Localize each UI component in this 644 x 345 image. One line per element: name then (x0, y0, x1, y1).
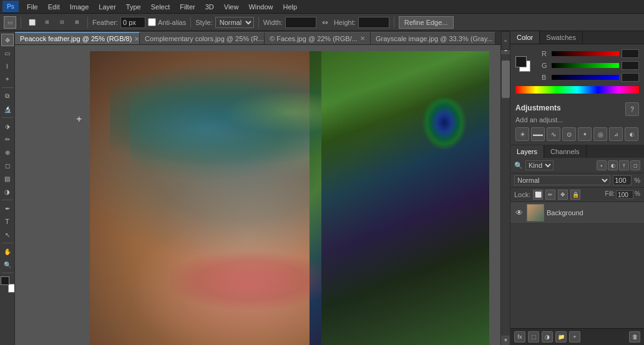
adj-icon-help[interactable]: ? (625, 102, 639, 116)
g-input[interactable] (622, 61, 639, 70)
color-spectrum-bar[interactable] (515, 86, 639, 94)
feather-input[interactable] (120, 17, 145, 28)
foreground-color[interactable] (1, 276, 9, 285)
tools-panel: ✥ ▭ ⌇ ⌖ ⧉ 🔬 ⬗ ✏ ⊕ ◻ ▨ ◑ ✒ T ↖ ✋ 🔍 (0, 31, 15, 345)
new-layer-btn[interactable]: + (569, 331, 580, 343)
tool-marquee-rect[interactable]: ▭ (1, 47, 14, 59)
scroll-track[interactable] (501, 54, 510, 336)
layer-visibility-eye[interactable]: 👁 (514, 208, 524, 218)
tool-lasso[interactable]: ⌇ (1, 60, 14, 72)
filter-type[interactable]: T (619, 160, 629, 170)
adj-levels[interactable]: ▬▬ (531, 127, 545, 141)
add-selection-icon[interactable]: ⊞ (41, 16, 53, 29)
menu-type[interactable]: Type (122, 2, 145, 12)
tab-grayscale[interactable]: Grayscale image.jpg @ 33.3% (Gray... ✕ (371, 32, 495, 44)
subtract-selection-icon[interactable]: ⊟ (56, 16, 68, 29)
layer-mask-btn[interactable]: ⬚ (528, 331, 539, 343)
foreground-color-chip[interactable] (515, 56, 527, 67)
tab-close-peacock[interactable]: ✕ (134, 36, 139, 42)
refine-edge-button[interactable]: Refine Edge... (399, 16, 454, 29)
tab-swatches[interactable]: Swatches (540, 31, 583, 44)
layer-fx-btn[interactable]: fx (514, 331, 525, 343)
menu-edit[interactable]: Edit (44, 2, 64, 12)
new-group-btn[interactable]: 📁 (555, 331, 567, 343)
tool-gradient[interactable]: ▨ (1, 172, 14, 185)
filter-adjustment[interactable]: ◐ (608, 160, 618, 170)
tool-crop[interactable]: ⧉ (1, 90, 14, 102)
swap-dimensions-icon[interactable]: ⇔ (319, 16, 331, 29)
main-area: ✥ ▭ ⌇ ⌖ ⧉ 🔬 ⬗ ✏ ⊕ ◻ ▨ ◑ ✒ T ↖ ✋ 🔍 Peacoc… (0, 31, 644, 345)
menu-filter[interactable]: Filter (175, 2, 199, 12)
tab-complementary[interactable]: Complementary colors.jpg @ 25% (R... ✕ (140, 32, 265, 44)
tab-faces[interactable]: © Faces.jpg @ 22% (RGB/... ✕ (265, 32, 371, 44)
filter-pixel[interactable]: ▪ (597, 160, 607, 170)
adj-hue-sat[interactable]: ◎ (593, 127, 607, 141)
new-selection-icon[interactable]: ⬜ (26, 16, 38, 29)
adj-vibrance[interactable]: ✦ (578, 127, 592, 141)
tool-clone[interactable]: ⊕ (1, 146, 14, 158)
tab-peacock[interactable]: Peacock feather.jpg @ 25% (RGB/8) ✕ (15, 32, 140, 44)
antialias-label: Anti-alias (158, 19, 186, 26)
workspace[interactable]: + ▲ ▼ (15, 45, 510, 345)
b-slider[interactable] (552, 75, 619, 80)
filter-shape[interactable]: ◻ (630, 160, 640, 170)
tool-patch[interactable]: ⬗ (1, 120, 14, 132)
scroll-down-arrow[interactable]: ▼ (501, 336, 510, 345)
menu-select[interactable]: Select (147, 2, 175, 12)
tool-type[interactable]: T (1, 215, 14, 228)
r-slider[interactable] (552, 51, 619, 56)
menu-help[interactable]: Help (279, 2, 302, 12)
g-slider[interactable] (552, 63, 619, 68)
blend-mode-select[interactable]: Normal (514, 175, 610, 185)
lock-pixels[interactable]: ⬜ (533, 190, 543, 200)
menu-3d[interactable]: 3D (201, 2, 218, 12)
lock-image[interactable]: ✏ (545, 190, 555, 200)
tool-icon-rect-marquee[interactable]: ▭ (4, 16, 16, 29)
height-input[interactable] (358, 17, 389, 28)
scroll-thumb[interactable] (502, 61, 510, 98)
tool-quick-select[interactable]: ⌖ (1, 73, 14, 85)
adj-exposure[interactable]: ⊙ (562, 127, 576, 141)
adj-curves[interactable]: ∿ (547, 127, 560, 141)
menu-view[interactable]: View (220, 2, 243, 12)
tool-pen[interactable]: ✒ (1, 202, 14, 215)
tab-layers[interactable]: Layers (510, 145, 544, 158)
antialias-wrap: Anti-alias (148, 18, 186, 26)
tab-close-faces[interactable]: ✕ (360, 35, 365, 42)
background-color[interactable] (8, 284, 16, 293)
menu-window[interactable]: Window (244, 2, 277, 12)
tool-eyedropper[interactable]: 🔬 (1, 103, 14, 115)
menu-layer[interactable]: Layer (94, 2, 120, 12)
antialias-checkbox[interactable] (148, 18, 156, 26)
width-input[interactable] (285, 17, 316, 28)
intersect-selection-icon[interactable]: ⊠ (71, 16, 83, 29)
b-input[interactable] (622, 73, 639, 82)
fill-input[interactable] (616, 190, 633, 199)
delete-layer-btn[interactable]: 🗑 (629, 331, 640, 343)
tool-move[interactable]: ✥ (1, 34, 14, 46)
tab-channels[interactable]: Channels (544, 145, 586, 158)
style-select[interactable]: Normal (215, 17, 254, 28)
panel-collapse-button[interactable]: » (501, 31, 510, 50)
tool-brush[interactable]: ✏ (1, 133, 14, 145)
tool-path-select[interactable]: ↖ (1, 228, 14, 241)
layer-row-background[interactable]: 👁 Background (510, 202, 644, 224)
adj-brightness[interactable]: ☀ (515, 127, 529, 141)
menu-image[interactable]: Image (66, 2, 94, 12)
vertical-scrollbar[interactable]: ▲ ▼ (500, 45, 510, 345)
tool-hand[interactable]: ✋ (1, 245, 14, 258)
lock-position[interactable]: ✥ (558, 190, 568, 200)
layer-adj-btn[interactable]: ◑ (542, 331, 553, 343)
adj-color-balance[interactable]: ⊿ (609, 127, 623, 141)
app-logo: Adobe Photoshop Ps (2, 1, 19, 13)
lock-all[interactable]: 🔒 (570, 190, 580, 200)
tab-color[interactable]: Color (510, 31, 540, 44)
tool-zoom[interactable]: 🔍 (1, 258, 14, 271)
adj-bw[interactable]: ◐ (625, 127, 638, 141)
menu-file[interactable]: File (22, 2, 42, 12)
layers-filter-select[interactable]: Kind (525, 160, 554, 170)
tool-dodge[interactable]: ◑ (1, 185, 14, 198)
tool-eraser[interactable]: ◻ (1, 159, 14, 172)
opacity-input[interactable] (613, 175, 632, 185)
r-input[interactable] (622, 49, 639, 58)
